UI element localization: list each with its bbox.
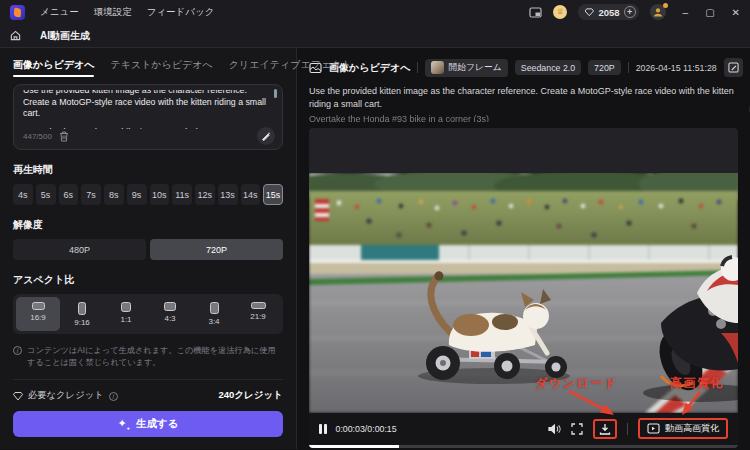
window-maximize-button[interactable]: ▢ [705, 7, 714, 18]
divider [628, 62, 629, 73]
credit-balance-pill[interactable]: 2058 + [578, 4, 638, 20]
divider [627, 423, 628, 435]
tab-text-to-video[interactable]: テキストからビデオへ [110, 58, 212, 77]
page-header: AI動画生成 [0, 24, 750, 48]
aspect-4-3[interactable]: 4:3 [148, 297, 192, 331]
edit-button[interactable] [724, 58, 743, 77]
result-prompt-text: Use the provided kitten image as the cha… [309, 85, 737, 110]
window-minimize-button[interactable]: – [683, 7, 689, 18]
add-credits-icon[interactable]: + [624, 6, 636, 18]
home-icon[interactable] [0, 30, 30, 41]
char-counter: 447/500 [23, 132, 52, 141]
menu-item-menu[interactable]: メニュー [40, 6, 79, 19]
prompt-input[interactable]: Use the provided kitten image as the cha… [13, 84, 283, 150]
resolution-options: 480P 720P [13, 239, 283, 260]
notification-badge [663, 3, 668, 8]
aspect-9-16[interactable]: 9:16 [60, 297, 104, 331]
download-button[interactable] [593, 419, 617, 439]
aspect-4-3-icon [164, 302, 176, 311]
prompt-scrollbar[interactable] [274, 89, 277, 98]
duration-15s-selected[interactable]: 15s [263, 184, 283, 205]
duration-11s[interactable]: 11s [172, 184, 192, 205]
aspect-16-9-icon [32, 302, 45, 310]
divider [417, 62, 418, 73]
resolution-label: 解像度 [13, 218, 283, 232]
video-upscale-button[interactable]: 動画高画質化 [638, 418, 728, 439]
aspect-3-4-icon [210, 302, 219, 314]
user-avatar[interactable] [650, 4, 666, 20]
clear-prompt-trash-icon[interactable] [59, 131, 69, 142]
duration-8s[interactable]: 8s [104, 184, 124, 205]
result-panel: 画像からビデオへ 開始フレーム Seedance 2.0 720P 2026-0… [297, 48, 750, 449]
aspect-21-9-icon [251, 302, 266, 309]
credits-value: 240クレジット [219, 389, 283, 402]
credit-count: 2058 [598, 7, 619, 18]
aspect-1-1[interactable]: 1:1 [104, 297, 148, 331]
duration-label: 再生時間 [13, 163, 283, 177]
generation-timestamp: 2026-04-15 11:51:28 [636, 63, 717, 73]
duration-4s[interactable]: 4s [13, 184, 33, 205]
prompt-text-clip: Use the provided kitten image as the cha… [23, 90, 273, 129]
mode-tabs: 画像からビデオへ テキストからビデオへ クリエイティブエフェクト [13, 58, 283, 77]
mini-player-icon[interactable] [529, 7, 542, 18]
aspect-ratio-label: アスペクト比 [13, 273, 283, 287]
menu-item-settings[interactable]: 環境設定 [94, 6, 132, 19]
generate-button[interactable]: ✦+ 生成する [13, 411, 283, 437]
playback-time: 0:00:03/0:00:15 [336, 424, 397, 434]
result-prompt: Use the provided kitten image as the cha… [309, 85, 750, 122]
info-icon: i [13, 346, 22, 355]
tab-image-to-video[interactable]: 画像からビデオへ [13, 58, 94, 77]
aspect-3-4[interactable]: 3:4 [192, 297, 236, 331]
sparkle-icon: ✦+ [117, 417, 130, 431]
resolution-tag[interactable]: 720P [588, 60, 621, 75]
required-credits-row: 必要なクレジット i 240クレジット [13, 379, 283, 402]
video-frame-cat-kart-vs-motogp [309, 173, 738, 413]
aspect-21-9[interactable]: 21:9 [236, 297, 280, 331]
duration-9s[interactable]: 9s [127, 184, 147, 205]
player-controls: 0:00:03/0:00:15 動画高画質化 [309, 413, 738, 444]
app-logo-icon[interactable] [10, 5, 25, 20]
prompt-line-1: Use the provided kitten image as the cha… [23, 90, 273, 120]
ai-rewrite-icon[interactable] [257, 127, 275, 145]
result-prompt-text-clipped: Overtake the Honda #93 bike in a corner … [309, 114, 737, 122]
duration-7s[interactable]: 7s [81, 184, 101, 205]
progress-bar[interactable] [309, 445, 738, 448]
model-tag[interactable]: Seedance 2.0 [515, 60, 581, 75]
volume-icon[interactable] [548, 423, 561, 435]
result-header: 画像からビデオへ 開始フレーム Seedance 2.0 720P 2026-0… [309, 58, 750, 77]
duration-14s[interactable]: 14s [241, 184, 261, 205]
menu-item-feedback[interactable]: フィードバック [147, 6, 215, 19]
required-credits-label: 必要なクレジット [28, 389, 104, 402]
page-title: AI動画生成 [40, 29, 90, 43]
duration-5s[interactable]: 5s [36, 184, 56, 205]
duration-options: 4s 5s 6s 7s 8s 9s 10s 11s 12s 13s 14s 15… [13, 184, 283, 205]
progress-fill [309, 445, 399, 448]
diamond-icon [13, 391, 23, 401]
aspect-16-9-selected[interactable]: 16:9 [16, 297, 60, 331]
aspect-1-1-icon [121, 302, 131, 312]
upscale-icon [647, 423, 660, 434]
diamond-icon [585, 8, 594, 17]
duration-13s[interactable]: 13s [218, 184, 238, 205]
video-letterbox [309, 128, 738, 173]
tab-creative-effects[interactable]: クリエイティブエフェクト [229, 58, 352, 77]
titlebar: メニュー 環境設定 フィードバック ♕ 2058 + – ▢ ✕ [0, 0, 750, 24]
start-frame-tag[interactable]: 開始フレーム [425, 59, 507, 77]
resolution-720p-selected[interactable]: 720P [150, 239, 283, 260]
aspect-9-16-icon [78, 302, 86, 315]
window-close-button[interactable]: ✕ [732, 7, 740, 18]
fullscreen-icon[interactable] [571, 423, 583, 435]
pencil-square-icon [728, 62, 739, 73]
ai-content-notice: i コンテンツはAIによって生成されます。この機能を違法行為に使用することは固く… [13, 345, 283, 370]
duration-10s[interactable]: 10s [150, 184, 170, 205]
video-player[interactable]: 0:00:03/0:00:15 動画高画質化 [309, 128, 738, 448]
generation-settings-panel: 画像からビデオへ テキストからビデオへ クリエイティブエフェクト Use the… [0, 48, 297, 449]
pause-icon[interactable] [319, 424, 327, 434]
resolution-480p[interactable]: 480P [13, 239, 146, 260]
membership-icon[interactable]: ♕ [553, 5, 567, 19]
download-icon [599, 423, 611, 435]
credits-info-icon[interactable]: i [109, 392, 118, 401]
aspect-ratio-options: 16:9 9:16 1:1 4:3 3:4 21:9 [13, 294, 283, 334]
duration-12s[interactable]: 12s [195, 184, 215, 205]
duration-6s[interactable]: 6s [59, 184, 79, 205]
